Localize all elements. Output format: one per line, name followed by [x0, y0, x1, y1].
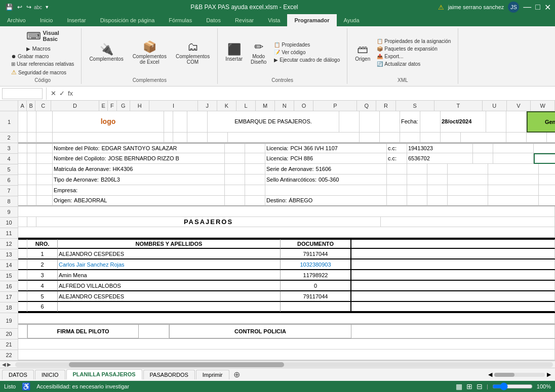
cell-serie-row[interactable]: Serie de Aeronave: 51606 [265, 164, 387, 175]
cell-cc-label2[interactable]: c.c: [387, 153, 407, 164]
cell-P6[interactable] [387, 175, 407, 185]
cell-control[interactable]: CONTROL POLICIA [169, 324, 351, 338]
sheet-tab-imprimir[interactable]: Imprimir [196, 370, 229, 379]
cell-J8[interactable] [225, 196, 245, 206]
cell-nro-header[interactable]: NRO. [27, 239, 58, 249]
cell-p2-doc[interactable]: 1032380903 [281, 259, 351, 270]
cell-cc-value2[interactable]: 6536702 [407, 153, 473, 164]
tab-revisar[interactable]: Revisar [228, 14, 261, 26]
cell-P5[interactable] [387, 164, 407, 175]
cell-U7[interactable] [539, 185, 555, 196]
page-layout-button[interactable]: ⊞ [466, 382, 472, 390]
maximize-button[interactable]: □ [535, 3, 540, 12]
formula-input[interactable] [75, 91, 555, 97]
col-F[interactable]: F [108, 101, 116, 111]
seguridad-button[interactable]: ⚠ Seguridad de macros [9, 68, 76, 76]
cell-p4-nombre[interactable]: ALFREDO VILLALOBOS [58, 281, 281, 291]
cell-T8[interactable] [488, 196, 539, 206]
minimize-button[interactable]: — [523, 3, 531, 12]
cell-C1[interactable] [36, 111, 53, 133]
close-button[interactable]: ✕ [544, 3, 551, 12]
cell-Q8[interactable] [407, 196, 427, 206]
cell-P8[interactable] [387, 196, 407, 206]
cell-J6[interactable] [225, 175, 245, 185]
cell-rest10[interactable] [381, 217, 555, 228]
cell-p3-nro[interactable]: 3 [27, 270, 58, 280]
cell-G2[interactable] [187, 133, 208, 143]
row-14[interactable]: 14 [0, 260, 18, 271]
cell-C4[interactable] [36, 153, 53, 164]
row-3[interactable]: 3 [0, 143, 18, 154]
cell-Q7[interactable] [407, 185, 427, 196]
enter-formula-button[interactable]: ✓ [58, 89, 66, 98]
cell-L1[interactable] [380, 111, 400, 133]
cell-rest13[interactable] [351, 249, 555, 259]
sheet-tab-datos[interactable]: DATOS [2, 370, 34, 379]
macros-button[interactable]: ▶ Macros [24, 44, 53, 53]
row-22[interactable]: 22 [0, 350, 18, 361]
cell-J3[interactable] [225, 143, 245, 153]
cell-p2-nombre[interactable]: Carlos Jair Sanchez Rojas [58, 259, 281, 270]
sheet-scrollbar[interactable] [494, 373, 545, 377]
cell-A8[interactable] [18, 196, 27, 206]
cell-B7[interactable] [27, 185, 36, 196]
cell-p4-doc[interactable]: 0 [281, 281, 351, 291]
cell-N1[interactable] [420, 111, 441, 133]
redo-button[interactable]: ↪ [25, 3, 33, 12]
col-T[interactable]: T [434, 101, 483, 111]
cell-p5-nombre[interactable]: ALEJANDRO CESPEDES [58, 291, 281, 301]
cell-logo[interactable]: logo [53, 111, 164, 133]
cell-U8[interactable] [539, 196, 555, 206]
cell-C6[interactable] [36, 175, 53, 185]
cell-row11[interactable] [18, 227, 555, 238]
row-18[interactable]: 18 [0, 302, 18, 313]
cell-R2[interactable] [547, 133, 555, 143]
cell-B8[interactable] [27, 196, 36, 206]
cell-S8[interactable] [448, 196, 488, 206]
row-17[interactable]: 17 [0, 292, 18, 302]
cell-tipo-row[interactable]: Tipo de Aeronave: B206L3 [53, 175, 225, 185]
scroll-left-button[interactable]: ◀ [2, 362, 6, 367]
cell-A14[interactable] [18, 259, 27, 270]
cell-rest20[interactable] [351, 324, 555, 338]
cell-firma[interactable]: FIRMA DEL PILOTO [27, 324, 139, 338]
cell-S5[interactable] [448, 164, 488, 175]
cell-row19[interactable] [18, 313, 555, 324]
cell-p4-nro[interactable]: 4 [27, 281, 58, 291]
tab-datos[interactable]: Datos [199, 14, 228, 26]
avatar[interactable]: JS [508, 2, 519, 13]
tab-right-button[interactable]: ▶ [547, 371, 551, 378]
cell-K7[interactable] [245, 185, 265, 196]
undo-button[interactable]: ↩ [16, 3, 24, 12]
row-6[interactable]: 6 [0, 175, 18, 186]
cell-A7[interactable] [18, 185, 27, 196]
cell-K6[interactable] [245, 175, 265, 185]
col-N[interactable]: N [275, 101, 294, 111]
cell-row21[interactable] [18, 339, 555, 350]
tab-formulas[interactable]: Fórmulas [162, 14, 199, 26]
col-O[interactable]: O [294, 101, 313, 111]
cell-B5[interactable] [27, 164, 36, 175]
cell-K2[interactable] [380, 133, 400, 143]
cell-R7[interactable] [427, 185, 448, 196]
cell-pasajeros-title[interactable]: PASAJEROS [36, 217, 381, 228]
cell-H2[interactable] [208, 133, 228, 143]
cell-O2[interactable] [461, 133, 506, 143]
cell-T4[interactable] [534, 153, 555, 164]
ejecutar-cuadro-button[interactable]: ▶ Ejecutar cuadro de diálogo [272, 57, 342, 63]
cell-A4[interactable] [18, 153, 27, 164]
normal-view-button[interactable]: ▦ [456, 382, 462, 390]
cell-p1-doc[interactable]: 79117044 [281, 249, 351, 259]
cell-p6-nro[interactable]: 6 [27, 302, 58, 312]
cell-L2[interactable] [400, 133, 420, 143]
cell-rest12[interactable] [351, 239, 555, 249]
cell-cc-label1[interactable]: c.c: [387, 143, 407, 153]
cell-N2[interactable] [441, 133, 461, 143]
row-1[interactable]: 1 [0, 111, 18, 133]
col-I[interactable]: I [149, 101, 197, 111]
cell-Q5[interactable] [407, 164, 427, 175]
cell-K3[interactable] [245, 143, 265, 153]
paquetes-button[interactable]: 📦 Paquetes de expansión [375, 46, 453, 52]
cell-p3-doc[interactable]: 11798922 [281, 270, 351, 280]
cell-empresa-row[interactable]: Empresa: [53, 185, 225, 196]
